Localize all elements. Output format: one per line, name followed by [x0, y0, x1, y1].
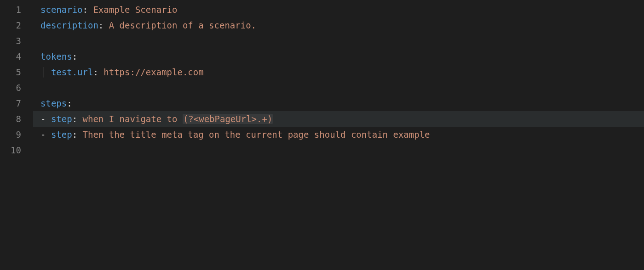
line-number: 4	[0, 49, 33, 64]
yaml-value: when I navigate to	[83, 114, 183, 124]
code-line[interactable]	[33, 33, 644, 49]
yaml-value-regex: (?<webPageUrl>.+)	[183, 114, 273, 124]
yaml-colon: :	[83, 5, 93, 15]
yaml-value: Then the title meta tag on the current p…	[83, 129, 430, 140]
line-number-gutter: 1 2 3 4 5 6 7 8 9 10	[0, 2, 33, 270]
line-number: 6	[0, 80, 33, 96]
code-line[interactable]: description: A description of a scenario…	[33, 17, 644, 33]
yaml-colon: :	[67, 98, 72, 108]
line-number: 1	[0, 2, 33, 17]
code-area[interactable]: scenario: Example Scenario description: …	[33, 2, 644, 270]
yaml-colon: :	[72, 129, 83, 140]
yaml-value-url: https://example.com	[104, 67, 203, 77]
yaml-colon: :	[93, 67, 104, 77]
code-line[interactable]: tokens:	[33, 49, 644, 64]
yaml-colon: :	[72, 114, 83, 124]
yaml-colon: :	[98, 20, 109, 30]
yaml-dash: -	[40, 114, 51, 124]
yaml-key: steps	[40, 98, 67, 108]
yaml-key: step	[51, 114, 72, 124]
code-line[interactable]: steps:	[33, 96, 644, 111]
yaml-key: step	[51, 129, 72, 140]
line-number: 8	[0, 111, 33, 127]
yaml-key: tokens	[40, 51, 72, 62]
code-line-current[interactable]: - step: when I navigate to (?<webPageUrl…	[33, 111, 644, 127]
code-line[interactable]: scenario: Example Scenario	[33, 2, 644, 17]
yaml-colon: :	[72, 51, 77, 62]
line-number: 10	[0, 142, 33, 158]
yaml-value: A description of a scenario.	[109, 20, 256, 30]
line-number: 5	[0, 64, 33, 80]
yaml-dash: -	[40, 129, 51, 140]
line-number: 9	[0, 127, 33, 142]
yaml-key: test.url	[51, 67, 93, 77]
code-line[interactable]	[33, 80, 644, 96]
code-line[interactable]: - step: Then the title meta tag on the c…	[33, 127, 644, 142]
yaml-key: scenario	[40, 5, 83, 15]
code-line[interactable]	[33, 142, 644, 158]
line-number: 2	[0, 17, 33, 33]
code-line[interactable]: │ test.url: https://example.com	[33, 64, 644, 80]
line-number: 3	[0, 33, 33, 49]
line-number: 7	[0, 96, 33, 111]
indent-guide: │	[40, 67, 51, 77]
yaml-key: description	[40, 20, 98, 30]
code-editor[interactable]: 1 2 3 4 5 6 7 8 9 10 scenario: Example S…	[0, 0, 644, 270]
yaml-value: Example Scenario	[93, 5, 177, 15]
